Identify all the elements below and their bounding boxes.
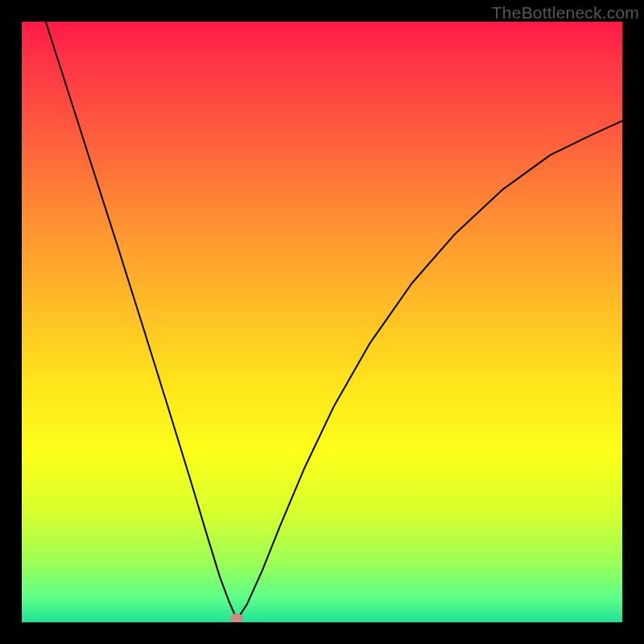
plot-area [22, 22, 622, 622]
curve-path [46, 22, 622, 619]
watermark-text: TheBottleneck.com [492, 3, 639, 23]
optimum-marker [230, 613, 243, 622]
bottleneck-curve [22, 22, 622, 622]
outer-frame: TheBottleneck.com [0, 0, 644, 644]
